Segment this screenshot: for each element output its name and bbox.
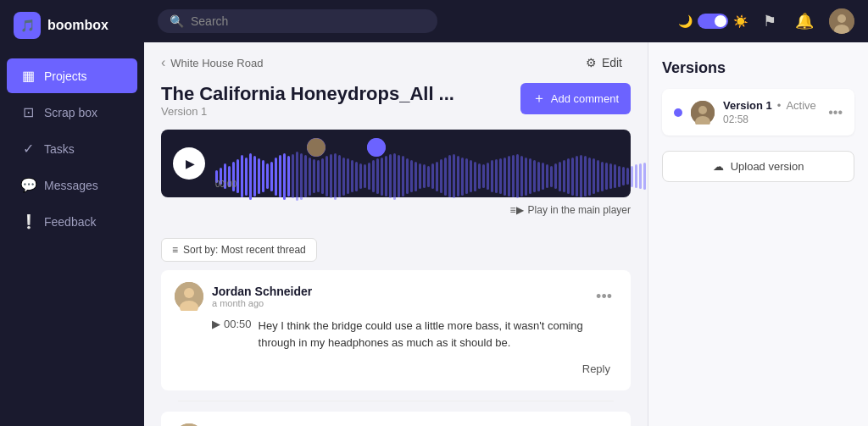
breadcrumb-label: White House Road [170, 57, 263, 69]
bell-button[interactable]: 🔔 [792, 8, 817, 34]
version-dot [674, 108, 682, 117]
comment-body-1: ▶ 00:50 Hey I think the bridge could use… [175, 318, 617, 351]
play-in-player-icon: ≡▶ [510, 204, 524, 216]
track-title-group: The California Honeydrops_All ... Versio… [161, 83, 454, 126]
waveform-area[interactable]: 00:00 2:59 [215, 138, 648, 189]
comment-timestamp-1: 00:50 [224, 318, 252, 330]
version-time: 02:58 [723, 113, 820, 125]
toggle-thumb [715, 15, 726, 27]
sun-icon: ☀️ [733, 14, 748, 28]
sidebar-item-messages[interactable]: 💬 Messages [7, 168, 137, 202]
play-in-player-label: Play in the main player [528, 204, 631, 216]
sidebar-item-label: Projects [44, 69, 87, 83]
moon-icon: 🌙 [678, 14, 693, 28]
comment-plus-icon: ＋ [532, 90, 546, 108]
upload-version-label: Upload version [731, 160, 804, 173]
comment-marker-1 [307, 138, 326, 157]
breadcrumb[interactable]: White House Road [161, 55, 263, 70]
track-title-row: The California Honeydrops_All ... Versio… [161, 83, 631, 126]
waveform-bars [215, 155, 648, 197]
toggle-track[interactable] [698, 14, 728, 29]
track-title: The California Honeydrops_All ... [161, 83, 454, 105]
svg-point-10 [698, 106, 707, 114]
active-badge: • [777, 99, 782, 112]
topbar-icons: 🌙 ☀️ ⚑ 🔔 [678, 8, 854, 34]
comment-user-info-1: Jordan Schneider a month ago [212, 285, 312, 308]
search-icon: 🔍 [170, 14, 184, 28]
reply-button-1[interactable]: Reply [576, 359, 617, 379]
divider [178, 401, 614, 401]
sort-label: Sort by: Most recent thread [183, 244, 306, 256]
timestamp-play-1[interactable]: ▶ 00:50 [212, 318, 252, 330]
gear-icon: ⚙ [586, 56, 597, 69]
comment-user-1: Jordan Schneider a month ago [175, 282, 312, 311]
content-wrapper: White House Road ⚙ Edit The California H… [144, 42, 868, 426]
track-section: The California Honeydrops_All ... Versio… [144, 83, 648, 230]
sidebar: 🎵 boombox ▦ Projects ⊡ Scrap box ✓ Tasks… [0, 0, 144, 426]
search-box[interactable]: 🔍 [158, 9, 437, 33]
search-input[interactable] [191, 14, 426, 28]
track-version: Version 1 [161, 105, 454, 118]
sidebar-item-tasks[interactable]: ✓ Tasks [7, 131, 137, 166]
play-in-player[interactable]: ≡▶ Play in the main player [161, 204, 631, 216]
sidebar-item-label: Tasks [44, 142, 75, 156]
versions-title: Versions [662, 59, 854, 77]
sidebar-item-label: Feedback [44, 215, 96, 229]
comment-card-2: Jordan Schneider a month ago ••• ▶ 00:00 [161, 412, 631, 426]
comments-area: Jordan Schneider a month ago ••• ▶ 00:50… [144, 270, 648, 426]
comment-time-1: a month ago [212, 298, 312, 308]
feedback-icon: ❕ [20, 213, 36, 230]
version-name-row: Version 1 • Active [723, 99, 820, 112]
theme-toggle[interactable]: 🌙 ☀️ [678, 14, 748, 29]
edit-button[interactable]: ⚙ Edit [577, 53, 631, 73]
sidebar-item-label: Scrap box [44, 106, 97, 119]
logo-icon: 🎵 [14, 12, 41, 39]
time-start: 00:00 [215, 180, 236, 189]
marker-avatar-1 [307, 138, 326, 157]
version-more-button[interactable]: ••• [828, 105, 843, 120]
comment-user-name-1: Jordan Schneider [212, 285, 312, 298]
comment-header-1: Jordan Schneider a month ago ••• [175, 282, 617, 311]
sort-button[interactable]: ≡ Sort by: Most recent thread [161, 238, 317, 262]
play-button[interactable] [173, 147, 205, 180]
flag-button[interactable]: ⚑ [760, 8, 780, 34]
tasks-icon: ✓ [20, 141, 36, 157]
edit-label: Edit [602, 56, 622, 69]
sidebar-item-label: Messages [44, 179, 98, 192]
messages-icon: 💬 [20, 177, 36, 193]
sidebar-item-scrap-box[interactable]: ⊡ Scrap box [7, 95, 137, 130]
player-container: 00:00 2:59 [161, 130, 631, 197]
app-name: boombox [47, 18, 108, 33]
marker-avatar-2 [367, 138, 386, 157]
comment-avatar-1 [175, 282, 203, 311]
comment-more-button-1[interactable]: ••• [591, 287, 617, 306]
upload-version-button[interactable]: ☁ Upload version [662, 151, 854, 182]
main-area: 🔍 🌙 ☀️ ⚑ 🔔 White House Road [144, 0, 868, 426]
play-icon-1: ▶ [212, 318, 220, 330]
projects-icon: ▦ [20, 68, 36, 84]
version-name: Version 1 [723, 99, 772, 112]
scrap-box-icon: ⊡ [20, 104, 36, 120]
breadcrumb-bar: White House Road ⚙ Edit [144, 42, 648, 83]
main-content: White House Road ⚙ Edit The California H… [144, 42, 648, 426]
version-card-1: Version 1 • Active 02:58 ••• [662, 89, 854, 136]
sidebar-item-projects[interactable]: ▦ Projects [7, 58, 137, 93]
svg-point-1 [837, 14, 846, 23]
app-logo: 🎵 boombox [0, 0, 144, 51]
svg-point-4 [184, 288, 194, 298]
comment-card-1: Jordan Schneider a month ago ••• ▶ 00:50… [161, 270, 631, 390]
sort-icon: ≡ [172, 244, 178, 256]
version-status: Active [786, 99, 815, 112]
sort-bar: ≡ Sort by: Most recent thread [144, 230, 648, 270]
add-comment-button[interactable]: ＋ Add comment [520, 83, 631, 114]
user-avatar[interactable] [829, 8, 854, 34]
sidebar-item-feedback[interactable]: ❕ Feedback [7, 204, 137, 239]
version-avatar [691, 101, 715, 124]
versions-panel: Versions Version 1 • Active 02:58 ••• [648, 42, 868, 426]
comment-footer-1: Reply [175, 359, 617, 379]
version-info: Version 1 • Active 02:58 [723, 99, 820, 125]
comment-text-1: Hey I think the bridge could use a littl… [259, 318, 617, 351]
upload-icon: ☁ [713, 160, 724, 173]
add-comment-label: Add comment [551, 92, 619, 105]
comment-marker-2 [367, 138, 386, 157]
